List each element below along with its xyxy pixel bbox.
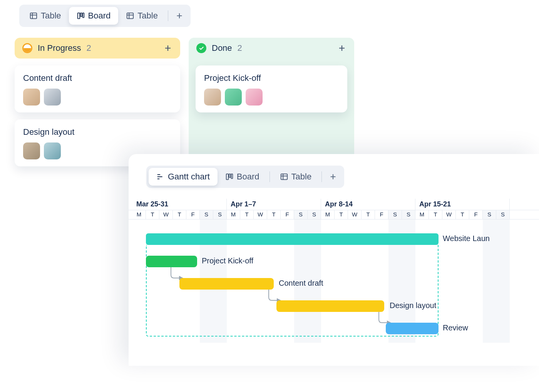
- task-bar-design-layout[interactable]: [276, 300, 384, 312]
- svg-rect-8: [281, 174, 287, 180]
- tab-board[interactable]: Board: [69, 7, 119, 25]
- tab-label: Board: [237, 172, 259, 182]
- plus-icon: [175, 12, 184, 20]
- card-project-kickoff[interactable]: Project Kick-off: [196, 65, 347, 112]
- tab-table-1[interactable]: Table: [22, 7, 69, 25]
- day-label: F: [281, 210, 294, 219]
- day-label: W: [254, 210, 267, 219]
- day-label: M: [132, 210, 146, 219]
- day-label: S: [200, 210, 213, 219]
- status-done-icon: [196, 43, 206, 53]
- avatar[interactable]: [225, 89, 242, 106]
- tab-gantt[interactable]: Gantt chart: [149, 168, 218, 186]
- timeline-gutter: [129, 199, 132, 210]
- gantt-panel: Gantt chart Board Table Mar 25-31 Apr 1–…: [129, 154, 539, 366]
- avatar[interactable]: [44, 142, 61, 159]
- svg-rect-5: [226, 174, 229, 180]
- card-title: Project Kick-off: [204, 73, 339, 83]
- day-label: S: [483, 210, 496, 219]
- day-label: S: [496, 210, 510, 219]
- tab-label: Table: [291, 172, 312, 182]
- svg-rect-0: [30, 13, 37, 19]
- gantt-body: Website Laun Project Kick-off Content dr…: [129, 219, 539, 343]
- table-icon: [29, 12, 38, 20]
- avatar[interactable]: [23, 142, 40, 159]
- column-header: In Progress 2: [15, 38, 180, 59]
- plus-icon: [329, 173, 337, 181]
- group-bar-website-launch[interactable]: [146, 233, 439, 245]
- week-label: Mar 25-31: [132, 199, 227, 210]
- day-label: S: [294, 210, 308, 219]
- week-label: Apr 1–7: [227, 199, 321, 210]
- day-label: T: [267, 210, 281, 219]
- tab-divider: [321, 171, 322, 182]
- board-icon: [225, 173, 234, 181]
- card-title: Content draft: [23, 73, 172, 83]
- add-view-button[interactable]: [171, 7, 188, 25]
- day-label: F: [186, 210, 200, 219]
- add-card-button[interactable]: [337, 44, 346, 53]
- card-avatars: [23, 89, 172, 106]
- timeline-days: MTWTFSSMTWTFSSMTWTFSSMTWTFSS: [129, 210, 539, 219]
- gantt-timeline: Mar 25-31 Apr 1–7 Apr 8-14 Apr 15-21 MTW…: [129, 199, 539, 343]
- day-label: F: [375, 210, 388, 219]
- day-label: T: [429, 210, 442, 219]
- column-title: Done: [212, 43, 232, 53]
- table-icon: [280, 173, 288, 181]
- task-bar-content-draft[interactable]: [179, 278, 274, 290]
- day-label: W: [348, 210, 362, 219]
- day-label: S: [388, 210, 402, 219]
- task-bar-project-kickoff[interactable]: [146, 256, 197, 267]
- day-label: W: [159, 210, 173, 219]
- day-label: S: [402, 210, 415, 219]
- avatar[interactable]: [246, 89, 263, 106]
- day-label: W: [442, 210, 456, 219]
- column-count: 2: [238, 43, 242, 53]
- column-count: 2: [87, 43, 91, 53]
- status-in-progress-icon: [22, 43, 32, 53]
- day-label: M: [321, 210, 335, 219]
- card-content-draft[interactable]: Content draft: [15, 65, 180, 112]
- day-label: T: [146, 210, 159, 219]
- tab-table-2[interactable]: Table: [118, 7, 166, 25]
- tab-label: Gantt chart: [168, 172, 210, 182]
- task-label: Project Kick-off: [202, 256, 253, 265]
- gantt-tab-strip: Gantt chart Board Table: [146, 166, 344, 188]
- svg-rect-1: [77, 13, 80, 19]
- card-avatars: [204, 89, 339, 106]
- week-label: Apr 15-21: [415, 199, 510, 210]
- task-label: Review: [443, 323, 468, 332]
- tab-divider: [168, 10, 168, 21]
- tab-label: Board: [88, 11, 111, 21]
- day-label: T: [335, 210, 348, 219]
- avatar[interactable]: [23, 89, 40, 106]
- day-label: T: [456, 210, 469, 219]
- tab-table[interactable]: Table: [272, 168, 320, 186]
- day-label: T: [362, 210, 375, 219]
- svg-rect-7: [231, 174, 233, 179]
- avatar[interactable]: [44, 89, 61, 106]
- board-tab-strip: Table Board Table: [19, 5, 191, 27]
- day-label: F: [469, 210, 483, 219]
- tab-label: Table: [41, 11, 61, 21]
- tab-board[interactable]: Board: [218, 168, 267, 186]
- board-panel: Table Board Table In Progress 2: [15, 0, 373, 179]
- task-label: Content draft: [279, 279, 323, 288]
- day-label: S: [308, 210, 321, 219]
- svg-rect-4: [127, 13, 134, 19]
- board-icon: [77, 12, 85, 20]
- add-view-button[interactable]: [324, 168, 342, 186]
- avatar[interactable]: [204, 89, 221, 106]
- add-card-button[interactable]: [163, 44, 172, 53]
- column-title: In Progress: [38, 43, 81, 53]
- svg-rect-6: [229, 174, 231, 178]
- svg-rect-3: [82, 13, 84, 18]
- day-label: S: [213, 210, 227, 219]
- card-title: Design layout: [23, 127, 172, 137]
- week-label: Apr 8-14: [321, 199, 415, 210]
- svg-rect-2: [80, 13, 82, 17]
- gantt-icon: [156, 173, 165, 181]
- task-bar-review[interactable]: [386, 323, 439, 334]
- day-label: M: [227, 210, 240, 219]
- timeline-gutter: [129, 210, 132, 219]
